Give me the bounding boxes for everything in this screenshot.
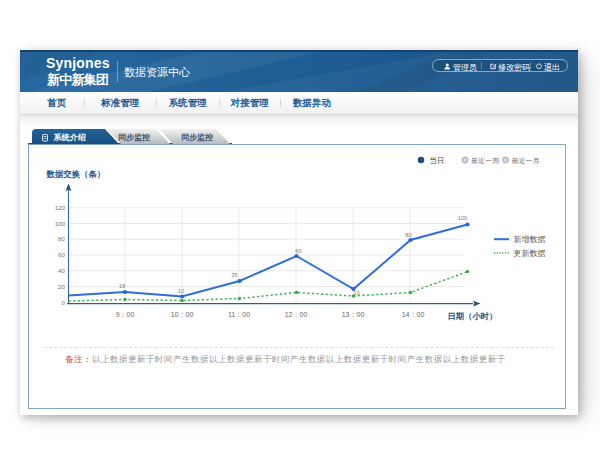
svg-text:9：00: 9：00	[116, 311, 135, 318]
svg-text:日期（小时）: 日期（小时）	[448, 311, 498, 321]
svg-text:60: 60	[295, 248, 301, 254]
svg-text:20: 20	[58, 283, 65, 290]
svg-text:18: 18	[119, 283, 125, 289]
svg-text:13：00: 13：00	[342, 311, 365, 318]
svg-text:当日: 当日	[430, 156, 445, 165]
svg-text:100: 100	[55, 220, 66, 227]
svg-text:80: 80	[405, 232, 411, 238]
svg-text:10: 10	[178, 288, 184, 294]
svg-text:14：00: 14：00	[402, 311, 425, 318]
svg-text:新增数据: 新增数据	[514, 235, 546, 244]
svg-text:10：00: 10：00	[171, 311, 194, 318]
svg-text:数据交换（条）: 数据交换（条）	[46, 169, 106, 179]
svg-text:10: 10	[353, 290, 359, 296]
svg-text:11：00: 11：00	[228, 311, 250, 318]
svg-text:80: 80	[58, 235, 65, 242]
svg-text:最近一月: 最近一月	[512, 157, 540, 165]
svg-text:35: 35	[231, 272, 237, 278]
svg-text:0: 0	[62, 299, 66, 306]
svg-text:100: 100	[458, 215, 468, 221]
svg-text:120: 120	[55, 204, 66, 211]
svg-text:12：00: 12：00	[285, 311, 308, 318]
svg-text:60: 60	[58, 251, 65, 258]
svg-text:更新数据: 更新数据	[514, 249, 546, 258]
svg-text:40: 40	[58, 267, 65, 274]
svg-text:最近一周: 最近一周	[471, 157, 499, 164]
